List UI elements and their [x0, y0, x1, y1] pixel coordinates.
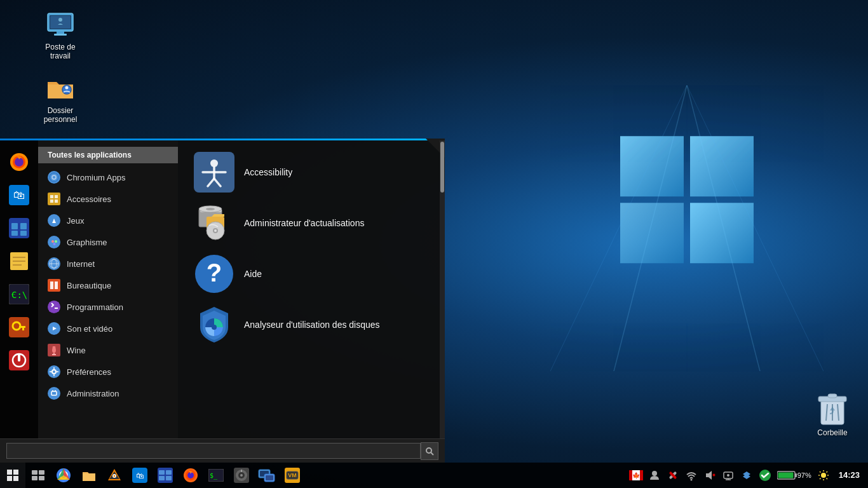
svg-point-111 [114, 475, 116, 477]
category-list: Toutes les applications Chromium Apps [38, 140, 178, 438]
svg-rect-37 [19, 326, 25, 328]
svg-rect-154 [778, 473, 793, 478]
taskbar-task-view[interactable] [25, 463, 51, 488]
taskbar-firefox[interactable] [178, 463, 203, 488]
admin-actualisations-icon [194, 203, 234, 243]
svg-point-11 [65, 86, 69, 90]
svg-rect-114 [158, 468, 173, 483]
svg-rect-61 [49, 302, 59, 312]
tray-dropbox[interactable] [738, 467, 755, 484]
svg-point-52 [51, 240, 54, 243]
search-button[interactable] [421, 442, 438, 460]
analyseur-disques-icon [194, 304, 234, 345]
taskbar: 🛍 $_ [0, 463, 868, 488]
svg-rect-139 [629, 470, 632, 480]
svg-rect-103 [32, 476, 37, 480]
taskbar-vmware[interactable]: VM [280, 463, 305, 488]
svg-rect-45 [50, 195, 53, 198]
svg-rect-117 [159, 476, 165, 480]
app-aide-label: Aide [244, 269, 262, 279]
svg-rect-115 [159, 470, 165, 475]
category-wine[interactable]: Wine [38, 339, 178, 361]
category-jeux[interactable]: ♟ Jeux [38, 210, 178, 231]
svg-text:?: ? [207, 259, 222, 287]
svg-point-9 [58, 18, 62, 22]
administration-icon [48, 387, 60, 400]
start-search-input[interactable] [6, 443, 421, 459]
category-graphisme[interactable]: Graphisme [38, 231, 178, 253]
accessoires-icon [48, 193, 60, 205]
category-accessoires[interactable]: Accessoires [38, 188, 178, 210]
category-administration[interactable]: Administration [38, 383, 178, 404]
svg-point-155 [821, 473, 826, 478]
taskbar-file-manager[interactable] [153, 463, 178, 488]
start-button[interactable] [0, 463, 25, 488]
svg-rect-100 [13, 476, 18, 481]
svg-rect-47 [50, 200, 53, 203]
desktop-icon-folder[interactable]: Dossier personnel [35, 73, 86, 125]
app-admin-actualisations[interactable]: Administrateur d'actualisations [191, 198, 427, 248]
windows-logo [550, 85, 824, 374]
taskbar-files[interactable] [76, 463, 102, 488]
category-bureautique[interactable]: Bureautique [38, 274, 178, 296]
category-son-video[interactable]: Son et vidéo [38, 318, 178, 339]
svg-rect-59 [50, 281, 53, 289]
svg-rect-41 [18, 354, 20, 362]
system-tray: 🍁 [625, 463, 868, 488]
sidebar-store[interactable]: 🛍 [4, 180, 34, 210]
taskbar-chromium[interactable] [51, 463, 76, 488]
svg-rect-24 [11, 223, 18, 229]
sidebar-terminal[interactable]: C:\ _ [4, 279, 34, 309]
svg-rect-97 [7, 470, 12, 475]
svg-text:♟: ♟ [51, 218, 57, 224]
wine-icon [48, 344, 60, 356]
sidebar-firefox[interactable] [4, 147, 34, 177]
tray-flag[interactable]: 🍁 [628, 467, 644, 484]
svg-rect-101 [32, 470, 37, 475]
tray-network2[interactable] [720, 467, 736, 484]
category-programmation[interactable]: Programmation [38, 296, 178, 318]
taskbar-disk-util[interactable] [229, 463, 254, 488]
svg-point-54 [53, 243, 56, 245]
svg-line-160 [820, 471, 821, 473]
svg-rect-153 [795, 473, 797, 477]
tray-tools[interactable] [665, 467, 681, 484]
chromium-icon [48, 171, 60, 184]
start-menu: 🛍 [0, 139, 445, 463]
sidebar-key[interactable] [4, 312, 34, 342]
tray-brightness[interactable] [815, 467, 832, 484]
tray-mute[interactable] [702, 467, 718, 484]
tray-network[interactable] [683, 467, 700, 484]
tray-user[interactable] [646, 467, 663, 484]
svg-rect-25 [20, 223, 27, 229]
tray-status[interactable] [757, 467, 773, 484]
svg-text:🛍: 🛍 [13, 189, 25, 201]
sidebar-manager[interactable] [4, 213, 34, 243]
app-analyseur-disques[interactable]: Analyseur d'utilisation des disques [191, 299, 427, 350]
svg-rect-99 [7, 476, 12, 481]
app-analyseur-label: Analyseur d'utilisation des disques [244, 320, 380, 330]
app-list-scrollbar[interactable] [440, 140, 445, 438]
svg-rect-38 [22, 328, 24, 330]
system-clock[interactable]: 14:23 [834, 470, 865, 481]
app-accessibility[interactable]: Accessibility [191, 147, 427, 198]
sidebar-power[interactable] [4, 345, 34, 376]
category-preferences[interactable]: Préférences [38, 361, 178, 383]
scroll-thumb[interactable] [440, 142, 444, 193]
svg-rect-104 [39, 476, 44, 480]
app-aide[interactable]: ? Aide [191, 248, 427, 299]
svg-rect-27 [20, 231, 27, 236]
taskbar-terminal[interactable]: $_ [203, 463, 229, 488]
recycle-bin-icon[interactable]: Corbeille [816, 391, 849, 437]
taskbar-software-center[interactable]: 🛍 [127, 463, 153, 488]
category-internet[interactable]: Internet [38, 253, 178, 274]
desktop-icon-computer[interactable]: Poste de travail [35, 10, 86, 61]
taskbar-virtualbox[interactable] [254, 463, 280, 488]
taskbar-vlc[interactable] [102, 463, 127, 488]
tray-battery[interactable]: 97% [775, 467, 813, 484]
svg-rect-116 [166, 470, 172, 475]
category-chromium-apps[interactable]: Chromium Apps [38, 166, 178, 188]
sidebar-sticky[interactable] [4, 246, 34, 276]
start-sidebar: 🛍 [0, 140, 38, 438]
svg-text:🍁: 🍁 [632, 471, 641, 480]
